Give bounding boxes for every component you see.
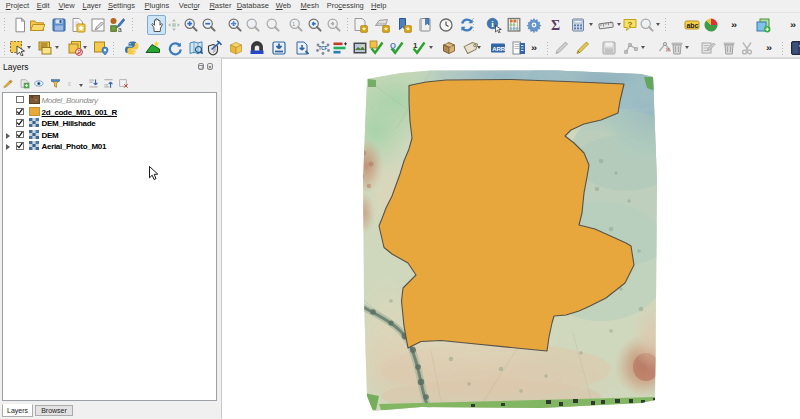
svg-text:TCF: TCF [318, 46, 327, 51]
svg-text:ε: ε [68, 79, 71, 88]
svg-text:?: ? [627, 19, 632, 28]
svg-text:R: R [77, 49, 81, 55]
svg-text:ARR: ARR [492, 45, 506, 51]
svg-text:a: a [118, 26, 122, 33]
svg-text:abc: abc [686, 21, 698, 28]
svg-text:1: 1 [292, 20, 295, 26]
svg-text:Σ: Σ [551, 18, 560, 33]
